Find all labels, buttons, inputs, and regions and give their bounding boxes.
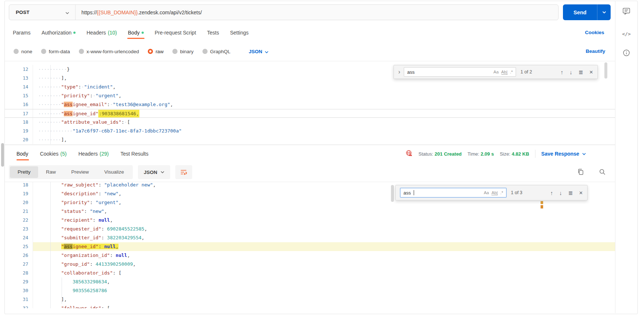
tab-headers[interactable]: Headers(10) bbox=[87, 30, 117, 36]
mode-graphql[interactable]: GraphQL bbox=[202, 49, 231, 54]
cookies-link[interactable]: Cookies bbox=[585, 30, 604, 35]
code-text[interactable]: "group_id": 4413390250009, bbox=[33, 260, 615, 269]
match-count: 1 of 2 bbox=[520, 69, 532, 75]
close-find-button[interactable]: × bbox=[589, 69, 593, 75]
code-text[interactable]: "status": "new", bbox=[33, 207, 615, 216]
mode-x-www-form-urlencoded[interactable]: x-www-form-urlencoded bbox=[79, 49, 139, 54]
code-text[interactable]: 385633298634, bbox=[33, 277, 615, 286]
code-text[interactable]: "recipient": null, bbox=[33, 216, 615, 225]
line-number: 20 bbox=[5, 198, 33, 207]
tab-body[interactable]: Body bbox=[128, 30, 144, 36]
left-scrollbar-thumb[interactable] bbox=[1, 143, 4, 167]
status-badge: Status: 201 Created bbox=[418, 151, 462, 157]
line-number: 18 bbox=[5, 182, 33, 189]
copy-response-button[interactable] bbox=[576, 167, 585, 176]
search-response-button[interactable] bbox=[598, 167, 607, 176]
text-caret bbox=[414, 190, 414, 195]
code-line: 22 "recipient": null, bbox=[5, 216, 615, 225]
send-button[interactable]: Send bbox=[563, 4, 611, 20]
tab-settings[interactable]: Settings bbox=[230, 30, 249, 36]
url-input[interactable]: https://{{SUB_DOMAIN}}.zendesk.com/api/v… bbox=[76, 5, 202, 20]
raw-language-dropdown[interactable]: JSON bbox=[249, 49, 268, 54]
code-text[interactable]: "organization_id": null, bbox=[33, 251, 615, 260]
response-tabs: Body Cookies(5) Headers(29) Test Results bbox=[5, 146, 149, 161]
info-icon[interactable] bbox=[621, 48, 632, 58]
code-text[interactable]: 903556258786 bbox=[33, 286, 615, 295]
previous-match-button[interactable]: ↑ bbox=[560, 69, 563, 75]
request-editor-scrollbar-thumb[interactable] bbox=[604, 62, 607, 79]
whole-word-button[interactable]: Ab| bbox=[501, 70, 508, 75]
next-match-button[interactable]: ↓ bbox=[570, 69, 572, 75]
tab-tests[interactable]: Tests bbox=[207, 30, 219, 36]
regex-button[interactable]: .* bbox=[510, 70, 513, 74]
response-tab-body[interactable]: Body bbox=[17, 151, 28, 157]
mode-form-data[interactable]: form-data bbox=[41, 49, 70, 54]
line-number: 19 bbox=[5, 127, 33, 135]
line-number: 16 bbox=[5, 100, 33, 109]
response-tab-cookies[interactable]: Cookies(5) bbox=[40, 151, 67, 157]
request-find-input[interactable]: ass Aa Ab| .* bbox=[404, 67, 516, 77]
method-select[interactable]: POST bbox=[9, 5, 76, 20]
whole-word-button[interactable]: Ab| bbox=[491, 190, 498, 195]
code-text[interactable]: "collaborator_ids": [ bbox=[33, 269, 615, 277]
response-language-dropdown[interactable]: JSON bbox=[138, 165, 170, 179]
view-raw[interactable]: Raw bbox=[38, 166, 63, 178]
expand-replace-chevron-icon[interactable]: › bbox=[398, 69, 400, 75]
regex-button[interactable]: .* bbox=[500, 190, 503, 195]
line-number: 25 bbox=[5, 242, 33, 251]
response-tab-test-results[interactable]: Test Results bbox=[120, 151, 148, 157]
code-line: 23 "requester_id": 6902845522585, bbox=[5, 225, 615, 233]
mode-binary[interactable]: binary bbox=[172, 49, 194, 54]
code-text[interactable]: ········"assignee_id":903838681546, bbox=[33, 109, 615, 117]
line-number: 18 bbox=[5, 118, 33, 127]
line-number: 27 bbox=[5, 260, 33, 269]
body-mode-row: none form-data x-www-form-urlencoded raw… bbox=[5, 46, 268, 57]
code-text[interactable]: "assignee_id": null, bbox=[33, 242, 615, 251]
response-find-input[interactable]: ass Aa Ab| .* bbox=[400, 188, 506, 197]
code-text[interactable]: "submitter_id": 382203429554, bbox=[33, 233, 615, 242]
view-preview[interactable]: Preview bbox=[63, 166, 96, 178]
authorization-status-dot bbox=[73, 32, 76, 34]
view-pretty[interactable]: Pretty bbox=[10, 166, 38, 178]
response-body-editor[interactable]: 18 "raw_subject": "placeholder new",19 "… bbox=[5, 182, 615, 308]
chevron-down-icon bbox=[65, 9, 69, 16]
code-text[interactable]: ············"1a7c6f97-c6b7-11ec-8fa7-1db… bbox=[33, 127, 615, 135]
response-editor-scrollbar-thumb[interactable] bbox=[391, 185, 394, 202]
response-tab-headers[interactable]: Headers(29) bbox=[78, 151, 109, 157]
tab-pre-request-script[interactable]: Pre-request Script bbox=[155, 30, 196, 36]
tab-authorization[interactable]: Authorization bbox=[41, 30, 76, 36]
code-text[interactable]: ········"assignee_email":·"test36@exampl… bbox=[33, 100, 615, 109]
mode-none[interactable]: none bbox=[14, 49, 32, 54]
previous-match-button[interactable]: ↑ bbox=[550, 190, 553, 196]
mode-raw[interactable]: raw bbox=[148, 49, 164, 54]
line-number: 12 bbox=[5, 65, 33, 74]
save-response-button[interactable]: Save Response bbox=[541, 151, 586, 157]
wrap-text-button[interactable] bbox=[175, 165, 192, 179]
comments-icon[interactable] bbox=[621, 6, 632, 16]
code-line: 20········], bbox=[5, 135, 615, 144]
line-number: 31 bbox=[5, 295, 33, 304]
code-text[interactable]: ········"type":·"incident", bbox=[33, 83, 615, 91]
code-text[interactable]: ········"priority":·"urgent", bbox=[33, 91, 615, 100]
code-text[interactable]: ········"attribute_value_ids":·[ bbox=[33, 118, 615, 127]
beautify-link[interactable]: Beautify bbox=[586, 48, 605, 54]
match-case-button[interactable]: Aa bbox=[484, 190, 489, 195]
code-snippet-icon[interactable]: </> bbox=[621, 29, 632, 39]
view-visualize[interactable]: Visualize bbox=[96, 166, 132, 178]
code-text[interactable]: ········], bbox=[33, 135, 615, 144]
body-status-dot bbox=[142, 32, 144, 34]
code-text[interactable]: ], bbox=[33, 295, 615, 304]
find-in-selection-button[interactable]: ≣ bbox=[578, 69, 583, 75]
next-match-button[interactable]: ↓ bbox=[559, 190, 562, 196]
match-count: 1 of 3 bbox=[511, 190, 522, 195]
code-text[interactable]: "follower_ids": [ bbox=[33, 304, 615, 308]
code-text[interactable]: "requester_id": 6902845522585, bbox=[33, 225, 615, 233]
send-options-chevron-icon[interactable] bbox=[597, 11, 611, 14]
tab-params[interactable]: Params bbox=[13, 30, 30, 36]
find-in-selection-button[interactable]: ≣ bbox=[568, 190, 573, 196]
match-case-button[interactable]: Aa bbox=[494, 70, 499, 74]
network-error-icon[interactable] bbox=[406, 150, 413, 158]
code-line: 19············"1a7c6f97-c6b7-11ec-8fa7-1… bbox=[5, 127, 615, 135]
code-line: 16········"assignee_email":·"test36@exam… bbox=[5, 100, 615, 109]
close-find-button[interactable]: × bbox=[579, 190, 583, 196]
